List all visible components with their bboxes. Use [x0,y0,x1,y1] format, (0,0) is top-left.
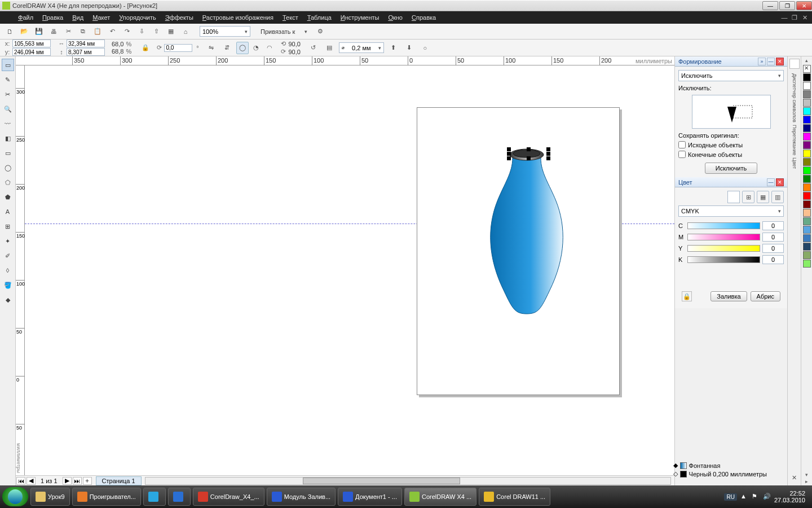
selection-handle[interactable] [527,147,531,151]
outline-button[interactable]: Абрис [751,291,780,301]
channel-M-slider[interactable] [687,234,760,240]
palette-swatch[interactable] [803,116,811,124]
outline-width-select[interactable]: ⌀0,2 мм▾ [339,42,384,53]
selection-handle[interactable] [507,152,511,156]
maximize-button[interactable]: ❐ [779,1,795,10]
menu-окно[interactable]: Окно [383,14,407,21]
docker-options-icon[interactable]: ✕ [788,473,801,485]
menu-вид[interactable]: Вид [68,14,88,21]
canvas-viewport[interactable] [25,65,674,475]
mirror-v-icon[interactable]: ⇵ [220,42,233,54]
target-objects-checkbox[interactable] [678,151,686,158]
page-first-icon[interactable]: ⏮ [16,477,25,485]
crop-tool-icon[interactable]: ✂ [2,88,14,100]
new-icon[interactable]: 🗋 [3,25,16,38]
docker-close-icon[interactable]: ✕ [776,178,784,186]
docker-tab-Диспетчер символов[interactable]: Диспетчер символов [792,73,797,122]
options-icon[interactable]: ⚙ [314,25,326,38]
export-icon[interactable]: ⇧ [150,25,162,38]
docker-min-icon[interactable]: — [767,58,775,65]
taskbar-item[interactable] [168,488,191,506]
channel-K-slider[interactable] [687,256,760,263]
menu-упорядочить[interactable]: Упорядочить [114,14,160,21]
palette-swatch[interactable] [803,99,811,107]
menu-растровые изображения[interactable]: Растровые изображения [198,14,278,21]
selection-handle[interactable] [507,156,511,160]
open-icon[interactable]: 📂 [18,25,30,38]
convert-curves-icon[interactable]: ○ [419,42,431,54]
mdi-close-icon[interactable]: ✕ [800,14,810,21]
shaping-apply-button[interactable]: Исключить [705,163,757,174]
lock-color-icon[interactable]: 🔒 [682,291,692,301]
palette-swatch[interactable] [803,234,811,242]
width-input[interactable] [67,40,105,47]
text-tool-icon[interactable]: A [2,205,14,218]
palette-swatch[interactable] [803,133,811,141]
table-tool-icon[interactable]: ⊞ [2,220,14,233]
taskbar-item[interactable]: CorelDRAW X4 ... [404,488,476,506]
docker-close-icon[interactable]: ✕ [776,58,784,65]
menu-справка[interactable]: Справка [407,14,440,21]
menu-текст[interactable]: Текст [278,14,303,21]
menu-таблица[interactable]: Таблица [303,14,336,21]
color-docker-title[interactable]: Цвет —✕ [675,177,787,187]
page-prev-icon[interactable]: ◀ [27,477,36,485]
copy-icon[interactable]: ⧉ [77,25,89,38]
wrap-text-icon[interactable]: ▤ [323,42,336,54]
palette-swatch[interactable] [803,90,811,98]
to-back-icon[interactable]: ⬇ [403,42,416,54]
fill-button[interactable]: Заливка [710,291,747,301]
minimize-button[interactable]: — [762,1,778,10]
language-indicator[interactable]: RU [724,493,736,501]
shape-tool-icon[interactable]: ✎ [2,73,14,86]
docker-min-icon[interactable]: — [767,178,775,186]
reverse-arc-icon[interactable]: ↺ [307,42,320,54]
polygon-tool-icon[interactable]: ⬠ [2,176,14,189]
docker-collapse-icon[interactable]: » [758,58,766,65]
pos-x-input[interactable] [12,40,51,47]
selection-handle[interactable] [546,156,550,160]
outline-tool-icon[interactable]: ◊ [2,264,14,277]
channel-M-value[interactable] [762,233,784,242]
channel-Y-value[interactable] [762,244,784,253]
palette-swatch[interactable] [803,82,811,90]
start-button[interactable] [2,487,28,506]
rotation-input[interactable] [164,44,192,52]
palette-swatch[interactable] [803,200,811,208]
palette-swatch[interactable] [803,251,811,259]
zoom-tool-icon[interactable]: 🔍 [2,103,14,115]
color-model-select[interactable]: CMYK▾ [678,205,784,217]
horizontal-ruler[interactable]: миллиметры 35030025020015010050050100150… [16,56,674,65]
outline-swatch-icon[interactable]: ◇ [673,470,678,478]
channel-Y-slider[interactable] [687,245,760,252]
print-icon[interactable]: 🖶 [47,25,60,38]
close-button[interactable]: ✕ [796,1,812,10]
taskbar-item[interactable]: Проигрывател... [72,488,141,506]
palette-swatch[interactable] [803,73,811,81]
shaping-docker-title[interactable]: Формирование »—✕ [675,56,787,67]
import-icon[interactable]: ⇩ [135,25,148,38]
ellipse-mode-icon[interactable]: ◯ [236,42,249,54]
arc-mode-icon[interactable]: ◠ [263,42,276,54]
menu-файл[interactable]: Файл [14,14,38,21]
palette-swatch[interactable] [803,217,811,225]
page-tab[interactable]: Страница 1 [96,476,142,485]
menu-макет[interactable]: Макет [88,14,114,21]
taskbar-item[interactable]: Corel DRAW11 ... [479,488,550,506]
palette-flyout-icon[interactable]: ▸ [805,479,808,485]
launch-icon[interactable]: ▦ [165,25,177,38]
zoom-select[interactable]: 100%▾ [200,26,250,37]
basic-shapes-icon[interactable]: ⬟ [2,191,14,203]
palette-swatch[interactable] [803,158,811,166]
redo-icon[interactable]: ↷ [121,25,133,38]
palette-swatch[interactable] [803,183,811,191]
palette-swatch[interactable] [803,243,811,251]
fill-swatch-icon[interactable]: ◆ [673,462,678,469]
docker-tab-icon[interactable] [789,59,800,69]
palette-up-icon[interactable]: ▴ [805,58,808,64]
selection-handle[interactable] [527,156,531,160]
paste-icon[interactable]: 📋 [91,25,104,38]
cut-icon[interactable]: ✂ [62,25,74,38]
palette-swatch[interactable] [803,175,811,183]
taskbar-item[interactable]: Документ1 - ... [338,488,402,506]
